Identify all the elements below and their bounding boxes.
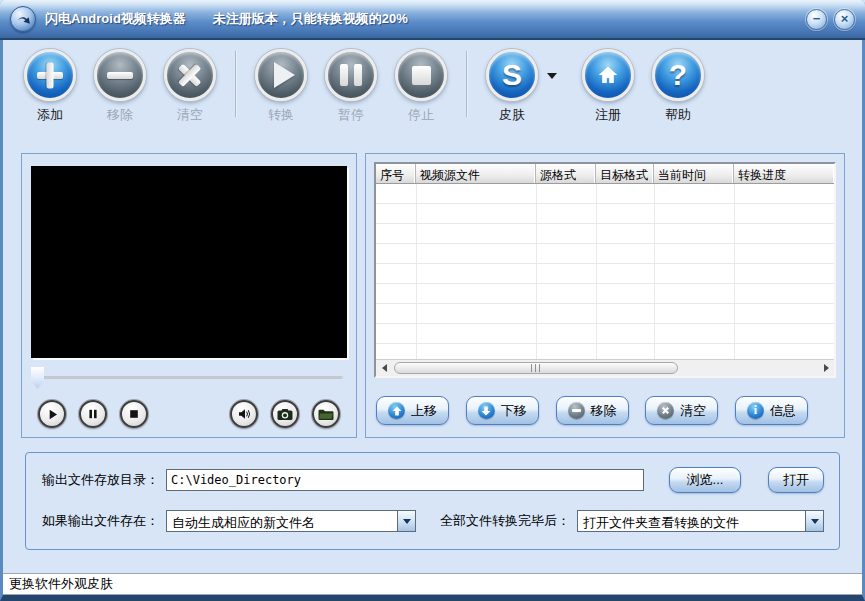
grid-line [536, 184, 537, 359]
col-src-fmt[interactable]: 源格式 [536, 164, 596, 183]
toolbar-separator [235, 51, 236, 117]
thumb-grip-icon [531, 364, 541, 372]
main-content: 序号 视频源文件 源格式 目标格式 当前时间 转换进度 [3, 148, 862, 438]
window-controls: − × [806, 9, 855, 30]
file-list-panel: 序号 视频源文件 源格式 目标格式 当前时间 转换进度 [365, 153, 845, 438]
skin-s-icon: S [486, 49, 538, 101]
skin-dropdown-icon[interactable] [547, 73, 557, 79]
move-down-label: 下移 [501, 402, 527, 420]
scroll-left-icon[interactable] [376, 360, 392, 376]
move-up-button[interactable]: 上移 [376, 396, 449, 425]
remove-button[interactable]: 移除 [85, 49, 155, 124]
minus-icon [94, 49, 146, 101]
clear-list-button[interactable]: 清空 [645, 396, 718, 425]
scrollbar-thumb[interactable] [394, 362, 678, 374]
col-index[interactable]: 序号 [376, 164, 416, 183]
register-label: 注册 [595, 106, 621, 124]
app-logo-icon [10, 6, 36, 32]
cross-icon [657, 402, 674, 419]
down-arrow-icon [478, 402, 495, 419]
convert-label: 转换 [268, 106, 294, 124]
grid-line [654, 184, 655, 359]
open-dir-button[interactable]: 打开 [768, 467, 824, 493]
horizontal-scrollbar[interactable] [376, 359, 834, 376]
stop-button[interactable]: 停止 [386, 49, 456, 124]
pause-icon [87, 408, 99, 420]
status-text: 更换软件外观皮肤 [9, 575, 113, 593]
col-source[interactable]: 视频源文件 [416, 164, 536, 183]
list-action-buttons: 上移 下移 移除 清空 [374, 396, 836, 425]
minimize-button[interactable]: − [806, 9, 827, 30]
plus-icon [24, 49, 76, 101]
player-panel [21, 153, 357, 438]
info-icon: i [747, 402, 764, 419]
folder-icon [318, 408, 334, 421]
output-settings-group: 输出文件存放目录： 浏览... 打开 如果输出文件存在： 自动生成相应的新文件名… [25, 452, 840, 550]
info-button[interactable]: i 信息 [735, 396, 808, 425]
stop-icon [128, 408, 140, 420]
clear-list-label: 清空 [680, 402, 706, 420]
exists-combobox[interactable]: 自动生成相应的新文件名 [166, 510, 416, 532]
scroll-right-icon[interactable] [818, 360, 834, 376]
remove-item-label: 移除 [591, 402, 617, 420]
col-progress[interactable]: 转换进度 [734, 164, 834, 183]
registration-notice: 未注册版本，只能转换视频的20% [213, 10, 408, 28]
title-bar: 闪电Android视频转换器 未注册版本，只能转换视频的20% − × [0, 0, 865, 40]
close-button[interactable]: × [834, 9, 855, 30]
file-table: 序号 视频源文件 源格式 目标格式 当前时间 转换进度 [374, 162, 836, 378]
move-down-button[interactable]: 下移 [466, 396, 539, 425]
seek-bar[interactable] [31, 367, 347, 389]
video-preview [31, 166, 347, 358]
play-icon [255, 49, 307, 101]
volume-button[interactable] [230, 400, 258, 428]
browse-button[interactable]: 浏览... [669, 467, 741, 493]
skin-label: 皮肤 [499, 106, 525, 124]
player-controls [31, 400, 347, 428]
info-label: 信息 [770, 402, 796, 420]
convert-button[interactable]: 转换 [246, 49, 316, 124]
output-options-row: 如果输出文件存在： 自动生成相应的新文件名 全部文件转换完毕后： 打开文件夹查看… [42, 509, 825, 533]
remove-item-button[interactable]: 移除 [556, 396, 629, 425]
remove-label: 移除 [107, 106, 133, 124]
exists-label: 如果输出文件存在： [42, 512, 159, 530]
minus-icon [568, 402, 585, 419]
main-toolbar: 添加 移除 清空 转换 暂停 停止 S 皮肤 [3, 40, 862, 148]
add-button[interactable]: 添加 [15, 49, 85, 124]
preview-stop-button[interactable] [120, 400, 148, 428]
dropdown-arrow-icon[interactable] [397, 511, 415, 531]
clear-button[interactable]: 清空 [155, 49, 225, 124]
toolbar-separator [466, 51, 467, 117]
status-bar: 更换软件外观皮肤 [3, 573, 862, 595]
output-dir-input[interactable] [166, 469, 644, 491]
question-icon: ? [652, 49, 704, 101]
seek-thumb[interactable] [31, 367, 44, 389]
preview-play-button[interactable] [38, 400, 66, 428]
preview-pause-button[interactable] [79, 400, 107, 428]
pause-button[interactable]: 暂停 [316, 49, 386, 124]
home-icon [582, 49, 634, 101]
seek-track [33, 376, 343, 379]
after-convert-combobox[interactable]: 打开文件夹查看转换的文件 [577, 510, 824, 532]
camera-icon [277, 408, 293, 421]
stop-icon [395, 49, 447, 101]
output-dir-row: 输出文件存放目录： 浏览... 打开 [42, 468, 825, 492]
col-time[interactable]: 当前时间 [654, 164, 734, 183]
add-label: 添加 [37, 106, 63, 124]
help-button[interactable]: ? 帮助 [643, 49, 713, 124]
pause-label: 暂停 [338, 106, 364, 124]
up-arrow-icon [388, 402, 405, 419]
speaker-icon [237, 407, 251, 421]
open-file-button[interactable] [312, 400, 340, 428]
pause-icon [325, 49, 377, 101]
help-label: 帮助 [665, 106, 691, 124]
table-body[interactable] [376, 184, 834, 359]
grid-line [596, 184, 597, 359]
move-up-label: 上移 [411, 402, 437, 420]
skin-button[interactable]: S 皮肤 [477, 49, 547, 124]
col-dst-fmt[interactable]: 目标格式 [596, 164, 654, 183]
grid-line [416, 184, 417, 359]
register-button[interactable]: 注册 [573, 49, 643, 124]
exists-value: 自动生成相应的新文件名 [167, 511, 397, 531]
snapshot-button[interactable] [271, 400, 299, 428]
dropdown-arrow-icon[interactable] [805, 511, 823, 531]
